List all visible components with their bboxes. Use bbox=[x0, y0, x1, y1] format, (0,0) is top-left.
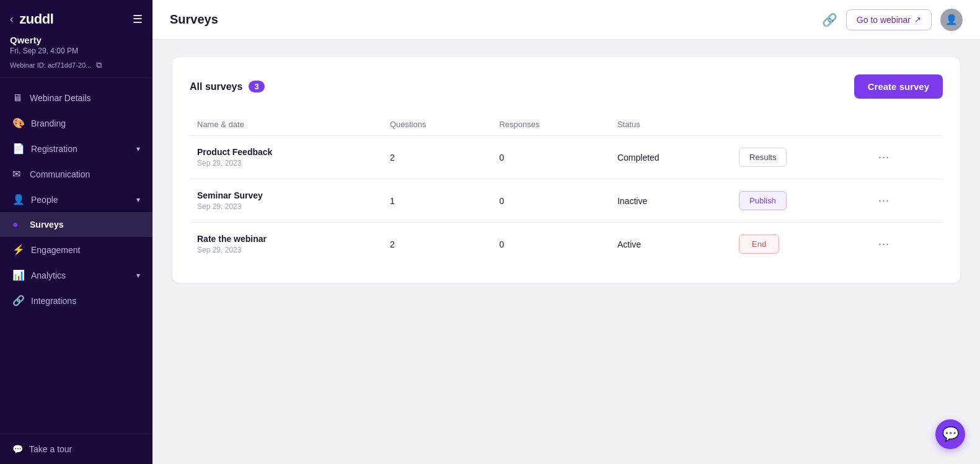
surveys-table: Name & date Questions Responses Status P… bbox=[190, 114, 943, 265]
survey-name: Seminar Survey bbox=[197, 190, 375, 200]
sidebar-item-label: Branding bbox=[31, 118, 66, 128]
surveys-count-badge: 3 bbox=[249, 81, 264, 92]
sidebar-item-people[interactable]: 👤 People ▾ bbox=[0, 187, 152, 212]
more-options-button[interactable]: ··· bbox=[873, 148, 894, 166]
survey-questions: 1 bbox=[382, 179, 492, 223]
survey-more-cell: ··· bbox=[866, 179, 943, 223]
all-surveys-text: All surveys bbox=[190, 81, 242, 92]
hamburger-icon[interactable]: ☰ bbox=[133, 12, 143, 26]
communication-icon: ✉ bbox=[12, 168, 24, 180]
collapse-arrow-icon[interactable]: ‹ bbox=[10, 14, 13, 25]
sidebar-footer: 💬 Take a tour bbox=[0, 434, 152, 464]
more-options-button[interactable]: ··· bbox=[873, 235, 894, 253]
sidebar-item-label: Webinar Details bbox=[30, 93, 91, 103]
topbar-actions: 🔗 Go to webinar ↗ 👤 bbox=[822, 9, 963, 31]
copy-link-button[interactable]: 🔗 bbox=[822, 12, 837, 27]
survey-name-cell: Rate the webinar Sep 29, 2023 bbox=[190, 223, 382, 266]
survey-action-button[interactable]: Results bbox=[739, 148, 787, 167]
branding-icon: 🎨 bbox=[12, 117, 25, 129]
webinar-id-row: Webinar ID: acf71dd7-20... ⧉ bbox=[10, 60, 143, 70]
avatar-icon: 👤 bbox=[945, 14, 958, 25]
survey-name-cell: Product Feedback Sep 29, 2023 bbox=[190, 136, 382, 179]
chat-icon: 💬 bbox=[942, 426, 959, 442]
col-name-date: Name & date bbox=[190, 114, 382, 136]
chevron-down-icon: ▾ bbox=[136, 195, 140, 204]
more-options-button[interactable]: ··· bbox=[873, 192, 894, 210]
registration-icon: 📄 bbox=[12, 143, 25, 154]
survey-responses: 0 bbox=[492, 136, 609, 179]
chevron-down-icon: ▾ bbox=[136, 145, 140, 153]
chevron-down-icon: ▾ bbox=[136, 271, 140, 280]
sidebar-item-surveys[interactable]: ● Surveys bbox=[0, 212, 152, 237]
sidebar-item-label: Surveys bbox=[30, 220, 63, 230]
sidebar-item-label: People bbox=[31, 195, 58, 205]
take-tour-icon: 💬 bbox=[12, 444, 23, 454]
survey-questions: 2 bbox=[382, 136, 492, 179]
copy-icon[interactable]: ⧉ bbox=[96, 60, 102, 70]
survey-more-cell: ··· bbox=[866, 136, 943, 179]
surveys-card: All surveys 3 Create survey Name & date … bbox=[172, 57, 960, 283]
chat-bubble[interactable]: 💬 bbox=[935, 419, 965, 449]
engagement-icon: ⚡ bbox=[12, 244, 25, 256]
survey-date: Sep 29, 2023 bbox=[197, 202, 375, 211]
sidebar-header: ‹ zuddl ☰ Qwerty Fri, Sep 29, 4:00 PM We… bbox=[0, 0, 152, 78]
sidebar-item-communication[interactable]: ✉ Communication bbox=[0, 161, 152, 187]
sidebar-nav: 🖥 Webinar Details 🎨 Branding 📄 Registrat… bbox=[0, 78, 152, 434]
webinar-date: Fri, Sep 29, 4:00 PM bbox=[10, 47, 143, 55]
table-row: Rate the webinar Sep 29, 2023 2 0 Active… bbox=[190, 223, 943, 266]
sidebar-item-label: Analytics bbox=[31, 270, 66, 280]
survey-status: Active bbox=[610, 223, 731, 266]
page-title: Surveys bbox=[170, 12, 218, 27]
external-link-icon: ↗ bbox=[914, 15, 921, 24]
take-tour-item[interactable]: 💬 Take a tour bbox=[12, 444, 140, 454]
col-more bbox=[866, 114, 943, 136]
webinar-details-icon: 🖥 bbox=[12, 92, 24, 104]
logo: zuddl bbox=[19, 11, 53, 27]
sidebar-item-label: Communication bbox=[30, 169, 90, 179]
survey-date: Sep 29, 2023 bbox=[197, 159, 375, 167]
survey-action-cell: Publish bbox=[731, 179, 866, 223]
col-questions: Questions bbox=[382, 114, 492, 136]
sidebar-logo-row: ‹ zuddl ☰ bbox=[10, 11, 143, 27]
integrations-icon: 🔗 bbox=[12, 295, 25, 306]
survey-status: Inactive bbox=[610, 179, 731, 223]
survey-status: Completed bbox=[610, 136, 731, 179]
col-actions bbox=[731, 114, 866, 136]
survey-responses: 0 bbox=[492, 179, 609, 223]
sidebar-item-branding[interactable]: 🎨 Branding bbox=[0, 110, 152, 136]
survey-date: Sep 29, 2023 bbox=[197, 246, 375, 254]
go-to-webinar-label: Go to webinar bbox=[857, 15, 911, 25]
link-icon: 🔗 bbox=[822, 12, 837, 27]
survey-name-cell: Seminar Survey Sep 29, 2023 bbox=[190, 179, 382, 223]
create-survey-button[interactable]: Create survey bbox=[854, 74, 943, 99]
webinar-name: Qwerty bbox=[10, 35, 143, 45]
survey-name: Rate the webinar bbox=[197, 234, 375, 244]
sidebar-item-registration[interactable]: 📄 Registration ▾ bbox=[0, 136, 152, 161]
go-to-webinar-button[interactable]: Go to webinar ↗ bbox=[846, 9, 932, 30]
main-content: Surveys 🔗 Go to webinar ↗ 👤 All surveys … bbox=[152, 0, 980, 464]
sidebar-item-label: Engagement bbox=[31, 245, 80, 255]
analytics-icon: 📊 bbox=[12, 269, 25, 281]
webinar-id: Webinar ID: acf71dd7-20... bbox=[10, 61, 91, 69]
avatar[interactable]: 👤 bbox=[940, 9, 963, 31]
col-responses: Responses bbox=[492, 114, 609, 136]
survey-action-cell: Results bbox=[731, 136, 866, 179]
col-status: Status bbox=[610, 114, 731, 136]
survey-questions: 2 bbox=[382, 223, 492, 266]
sidebar-item-analytics[interactable]: 📊 Analytics ▾ bbox=[0, 262, 152, 288]
people-icon: 👤 bbox=[12, 194, 25, 205]
all-surveys-label: All surveys 3 bbox=[190, 81, 265, 92]
sidebar-item-webinar-details[interactable]: 🖥 Webinar Details bbox=[0, 86, 152, 110]
surveys-card-header: All surveys 3 Create survey bbox=[190, 74, 943, 99]
survey-responses: 0 bbox=[492, 223, 609, 266]
sidebar-item-engagement[interactable]: ⚡ Engagement bbox=[0, 237, 152, 262]
sidebar: ‹ zuddl ☰ Qwerty Fri, Sep 29, 4:00 PM We… bbox=[0, 0, 152, 464]
survey-action-button[interactable]: Publish bbox=[739, 191, 787, 210]
table-row: Seminar Survey Sep 29, 2023 1 0 Inactive… bbox=[190, 179, 943, 223]
surveys-icon: ● bbox=[12, 219, 24, 230]
take-tour-label: Take a tour bbox=[29, 444, 72, 454]
survey-action-button[interactable]: End bbox=[739, 234, 779, 254]
topbar: Surveys 🔗 Go to webinar ↗ 👤 bbox=[152, 0, 980, 40]
sidebar-item-integrations[interactable]: 🔗 Integrations bbox=[0, 288, 152, 313]
sidebar-item-label: Integrations bbox=[31, 296, 76, 306]
